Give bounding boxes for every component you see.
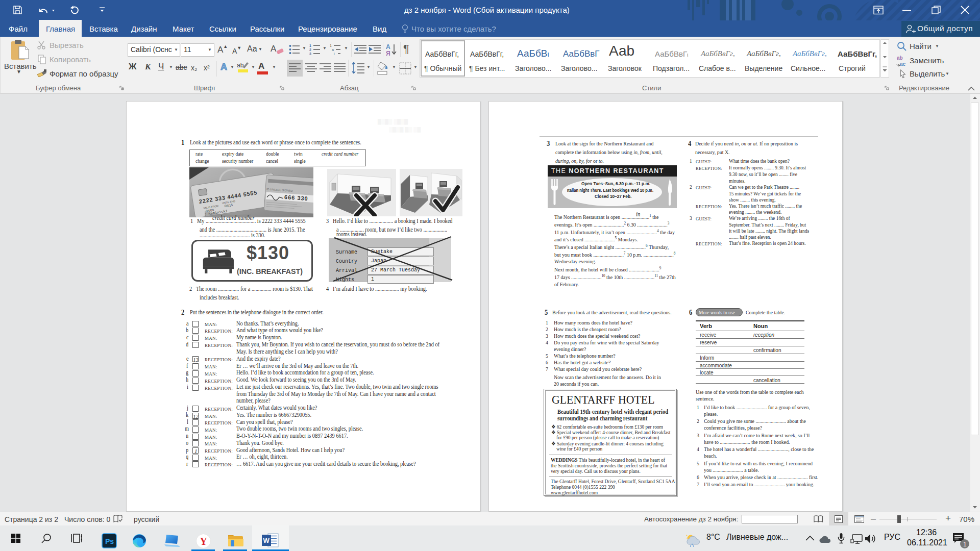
svg-text:А: А [386,43,390,51]
svg-text:ab: ab [897,55,903,61]
svg-text:1: 1 [330,44,332,47]
svg-text:Ps: Ps [105,537,114,545]
svg-text:Y: Y [200,536,208,547]
svg-text:Я: Я [386,50,390,57]
svg-text:ac: ac [900,61,906,67]
svg-text:1: 1 [309,44,311,47]
svg-text:a: a [332,48,334,52]
svg-text:ab: ab [237,62,244,69]
svg-text:W: W [263,537,270,544]
svg-text:i: i [334,52,335,56]
svg-text:2: 2 [309,48,311,52]
svg-text:1: 1 [963,541,967,548]
svg-text:3: 3 [309,52,311,56]
